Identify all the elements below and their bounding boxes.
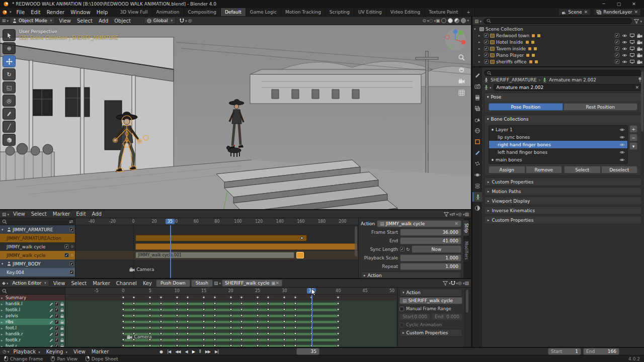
hide-eye-icon[interactable] <box>622 53 627 58</box>
channel-checkbox[interactable] <box>54 326 59 330</box>
viewlayer-unlink-icon[interactable]: ✕ <box>634 10 638 15</box>
exclude-checkbox[interactable] <box>615 33 619 38</box>
outliner-row[interactable]: ▸ Hotel Inside <box>472 39 644 45</box>
datablock-name-field[interactable]: Armature man 2.002 ✕ <box>494 84 642 91</box>
mode-dropdown[interactable]: Object Mode▾ <box>10 17 55 24</box>
fake-user-icon[interactable]: ▣ <box>271 281 276 286</box>
workspace-tab[interactable]: Default <box>221 8 246 16</box>
nla-channel[interactable]: JIMMY_walk cycle☆ <box>0 251 75 259</box>
datablock-browse-icon[interactable]: ▾ <box>484 85 492 90</box>
collection-checkbox[interactable] <box>484 40 489 44</box>
nla-strip[interactable]: JIMMY_walk cycle.001 <box>135 252 294 258</box>
properties-tab-output[interactable] <box>472 93 482 102</box>
keyframe-diamond[interactable] <box>293 296 297 299</box>
workspace-tab[interactable]: Animation <box>152 8 184 16</box>
keyframe-diamond[interactable] <box>132 296 136 299</box>
modifier-wrench-icon[interactable] <box>49 301 53 306</box>
nla-menu-edit[interactable]: Edit <box>73 211 89 217</box>
now-button[interactable]: Now <box>412 245 461 253</box>
properties-tab-render[interactable] <box>472 81 482 91</box>
keyframe-diamond[interactable] <box>121 296 125 299</box>
dope-sidebar-action-field[interactable]: ▤ SHERIFF_walk cycle <box>399 297 462 304</box>
timeline-menu-marker[interactable]: Marker <box>89 349 112 354</box>
dope-menu-key[interactable]: Key <box>140 281 155 286</box>
lock-icon[interactable] <box>60 325 64 330</box>
bone-collection-row[interactable]: right hand finger bones <box>489 141 627 148</box>
modifier-wrench-icon[interactable] <box>49 313 53 318</box>
menu-render[interactable]: Render <box>44 10 68 15</box>
nla-overlay-icon[interactable]: ◎▾ <box>458 212 464 217</box>
channel-checkbox[interactable] <box>64 244 69 249</box>
nla-filter-icon[interactable]: ▾ <box>444 212 452 217</box>
keyframe-diamond[interactable] <box>186 296 190 299</box>
outliner-row[interactable]: ▸ sheriffs office <box>472 58 644 65</box>
properties-tab-world[interactable] <box>472 126 482 135</box>
frame-start-field[interactable]: Start1 <box>548 348 581 355</box>
playback-scale-field[interactable]: 1.000 <box>400 254 461 261</box>
dope-channel-search[interactable] <box>0 288 65 295</box>
zoom-icon[interactable] <box>458 54 465 62</box>
hide-eye-icon[interactable] <box>622 40 627 45</box>
push-down-button[interactable]: Push Down <box>156 280 190 287</box>
scale-tool[interactable]: ◱ <box>3 81 16 94</box>
disable-viewport-icon[interactable] <box>630 33 634 38</box>
nla-strip[interactable] <box>296 252 304 258</box>
modifier-wrench-icon[interactable] <box>49 307 53 312</box>
pose-position-button[interactable]: Pose Position <box>489 103 563 111</box>
disable-viewport-icon[interactable] <box>630 59 634 64</box>
maximize-button[interactable]: ▢ <box>612 2 626 7</box>
frame-end-field[interactable]: 41.000 <box>400 237 461 244</box>
channel-checkbox[interactable] <box>54 338 59 342</box>
dope-channel[interactable]: ▸footik.l <box>0 307 65 313</box>
keyframe-diamond[interactable] <box>159 296 163 299</box>
frame-end-field[interactable]: End166 <box>583 348 619 355</box>
viewport-3d[interactable]: User Perspective (35) Scene Collection |… <box>0 25 471 209</box>
close-button[interactable]: ✕ <box>627 2 641 7</box>
shading-wireframe-icon[interactable] <box>441 18 446 23</box>
dope-channel[interactable]: ▸handik.r <box>0 331 65 337</box>
move-tool[interactable] <box>3 55 16 67</box>
proportional-editing-icon[interactable]: ◎ <box>188 18 192 23</box>
nla-channel[interactable]: ▾JIMMY_ARMATURE <box>0 225 75 234</box>
overlays-icon[interactable]: ◌▾ <box>429 18 436 23</box>
assign-button[interactable]: Assign <box>489 166 525 173</box>
add-cube-tool[interactable] <box>3 134 16 146</box>
add-bone-collection-button[interactable]: + <box>629 125 637 133</box>
solo-star-icon[interactable]: ☆ <box>70 253 74 257</box>
frame-start-field[interactable]: 36.000 <box>400 229 461 236</box>
keyframe-diamond[interactable] <box>256 296 259 299</box>
nla-menu-add[interactable]: Add <box>89 211 105 217</box>
dope-snapping-icon[interactable]: ▾ <box>451 281 458 286</box>
dope-copy-icon[interactable]: ▧ <box>464 281 469 286</box>
menu-file[interactable]: File <box>14 10 28 15</box>
collapsed-panel[interactable]: ▸Viewport Display <box>484 197 642 205</box>
properties-tab-particles[interactable] <box>472 159 482 168</box>
workspace-tab[interactable]: Scripting <box>326 8 354 16</box>
dope-channel-summary[interactable]: ▾Summary <box>0 295 65 301</box>
channel-checkbox[interactable] <box>69 227 74 232</box>
unlink-action-icon[interactable]: ✕ <box>454 221 458 226</box>
disable-render-icon[interactable] <box>637 46 642 51</box>
nla-channel[interactable]: JIMMY_ARMATUREAction <box>0 234 75 242</box>
nla-strip[interactable] <box>135 243 357 250</box>
lock-icon[interactable] <box>60 301 64 306</box>
rest-position-button[interactable]: Rest Position <box>564 103 638 111</box>
modifier-wrench-icon[interactable] <box>49 331 53 336</box>
auto-keying-icon[interactable]: ● <box>158 349 164 354</box>
modifier-wrench-icon[interactable] <box>49 337 53 342</box>
bone-collection-row[interactable]: left hand finger bones <box>489 148 627 156</box>
keyframe-diamond[interactable] <box>148 296 152 299</box>
lock-icon[interactable] <box>60 319 64 324</box>
keyframe-diamond[interactable] <box>267 296 270 299</box>
dope-channel[interactable]: ▸pelvis <box>0 313 65 319</box>
current-frame-field[interactable]: 35 <box>296 348 319 355</box>
bone-collection-specials-button[interactable]: ▾ <box>629 142 637 150</box>
manual-frame-range-checkbox[interactable] <box>399 307 404 311</box>
shading-dropdown-icon[interactable]: ▾ <box>467 19 469 23</box>
keyframe-diamond[interactable] <box>337 296 340 299</box>
play-button[interactable]: ▶ <box>191 349 196 354</box>
dope-menu-channel[interactable]: Channel <box>113 281 140 286</box>
channel-checkbox[interactable] <box>54 320 59 324</box>
blender-menu-button[interactable]: ▾ <box>2 10 12 15</box>
dope-key-area[interactable]: -505101520253035404550 Camera35 <box>65 288 396 348</box>
